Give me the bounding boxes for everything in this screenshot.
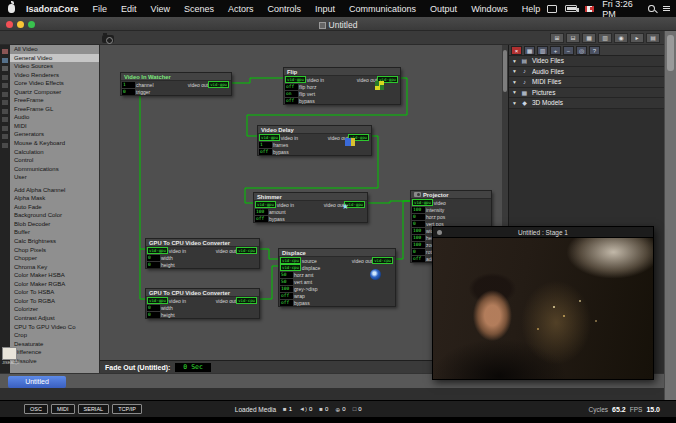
toolbox-category-quartz-composer[interactable]: Quartz Composer [10,88,99,97]
input-value-zoom[interactable]: 100 [412,242,425,248]
input-value-bypass[interactable]: off [285,98,298,104]
input-value-flip-vert[interactable]: on [285,91,298,97]
media-section-audio-files[interactable]: ▼♪Audio Files [509,67,664,78]
input-value-channel[interactable]: 1 [122,82,135,88]
toolbox-actor-color-to-rgba[interactable]: Color To RGBA [10,297,99,306]
toolbox-actor-auto-fade[interactable]: Auto Fade [10,203,99,212]
node-gpu-to-cpu-2[interactable]: GPU To CPU Video Convertervid-gpuvideo i… [145,288,260,319]
toolbox-category-freeframe-gl[interactable]: FreeFrame GL [10,105,99,114]
input-value-bypass[interactable]: off [255,216,268,222]
dock-icon-1[interactable] [2,49,8,54]
toolbox-actor-add-alpha-channel[interactable]: Add Alpha Channel [10,186,99,195]
dock-icon-8[interactable] [2,109,8,114]
menu-item-input[interactable]: Input [308,4,342,14]
dock-icon-11[interactable] [2,134,8,139]
disclosure-triangle-icon[interactable]: ▼ [512,79,517,85]
toolbox-actor-color-to-hsba[interactable]: Color To HSBA [10,288,99,297]
menu-item-controls[interactable]: Controls [261,4,309,14]
comm-button-tcp-ip[interactable]: TCP/IP [112,404,142,414]
toolbox-actor-crop[interactable]: Crop [10,331,99,340]
toolbox-category-video-renderers[interactable]: Video Renderers [10,71,99,80]
toolbar-button-record[interactable]: ◉ [614,33,628,43]
input-value-width[interactable]: 100 [412,228,425,234]
plus-icon[interactable]: + [550,46,561,55]
menu-item-windows[interactable]: Windows [464,4,515,14]
spotlight-icon[interactable] [648,5,654,12]
input-port-video[interactable]: vid-gpu [412,199,433,206]
toolbox-category-calculation[interactable]: Calculation [10,148,99,157]
dock-icon-2[interactable] [2,58,8,63]
comm-button-osc[interactable]: OSC [24,404,48,414]
dock-icon-10[interactable] [2,126,8,131]
toolbar-button-view-list[interactable]: ▥ [598,33,612,43]
toolbox-actor-calc-brightness[interactable]: Calc Brightness [10,237,99,246]
toolbox-category-midi[interactable]: MIDI [10,122,99,131]
input-port-video-in[interactable]: vid-gpu [147,297,168,304]
input-port-displace[interactable]: vid-cpu [280,264,301,271]
node-video-in-watcher[interactable]: Video In Watcher1channelvideo outvid-gpu… [120,72,232,96]
dock-icon-6[interactable] [2,92,8,97]
node-gpu-to-cpu-1[interactable]: GPU To CPU Video Convertervid-gpuvideo i… [145,238,260,269]
close-icon[interactable]: × [511,46,522,55]
toolbar-button-grid-minus[interactable]: ⊟ [566,33,580,43]
menu-item-output[interactable]: Output [423,4,464,14]
toolbox-category-generators[interactable]: Generators [10,130,99,139]
toolbox-actor-dissolve[interactable]: Dissolve [10,357,99,366]
toolbox-category-audio[interactable]: Audio [10,113,99,122]
menu-clock[interactable]: Fri 3:26 PM [602,0,640,19]
dock-icon-4[interactable] [2,75,8,80]
input-port-video-in[interactable]: vid-gpu [285,76,306,83]
menu-item-communications[interactable]: Communications [342,4,423,14]
media-section-video-files[interactable]: ▼▤Video Files [509,56,664,67]
scene-tab-untitled[interactable]: Untitled [8,376,66,388]
input-value-grey-disp[interactable]: 100 [280,286,293,292]
menu-item-edit[interactable]: Edit [114,4,144,14]
dock-icon-5[interactable] [2,83,8,88]
target-icon[interactable]: ◎ [576,46,587,55]
input-value-trigger[interactable]: 0 [122,89,135,95]
dock-icon-3[interactable] [2,66,8,71]
input-value-height[interactable]: 0 [147,262,160,268]
menu-item-scenes[interactable]: Scenes [177,4,221,14]
dock-icon-9[interactable] [2,117,8,122]
minus-icon[interactable]: − [563,46,574,55]
menu-item-view[interactable]: View [144,4,177,14]
toolbox-actor-alpha-mask[interactable]: Alpha Mask [10,194,99,203]
stage-window[interactable]: Untitled : Stage 1 [432,226,654,380]
output-port-video-out[interactable]: vid-gpu [208,81,229,88]
input-value-additive[interactable]: off [412,256,425,262]
camera-icon[interactable] [102,35,114,43]
input-value-vert-amt[interactable]: 50 [280,279,293,285]
toolbox-category-user[interactable]: User [10,173,99,182]
stage-titlebar[interactable]: Untitled : Stage 1 [433,227,653,238]
toolbar-button-play[interactable]: ▸ [630,33,644,43]
node-video-delay[interactable]: Video Delayvid-gpuvideo invideo outvid-g… [257,125,372,156]
toolbox-actor-buffer[interactable]: Buffer [10,228,99,237]
input-value-rotation[interactable]: 0 [412,249,425,255]
toolbox-category-communications[interactable]: Communications [10,165,99,174]
stage-close-button[interactable] [437,230,442,235]
menu-item-file[interactable]: File [86,4,115,14]
comm-button-midi[interactable]: MIDI [51,404,75,414]
media-section-3d-models[interactable]: ▼◆3D Models [509,98,664,109]
input-value-horz-amt[interactable]: 50 [280,272,293,278]
node-shimmer[interactable]: Shimmervid-gpuvideo invideo outvid-gpu10… [253,192,368,223]
input-value-width[interactable]: 0 [147,255,160,261]
grid-icon[interactable]: ▦ [524,46,535,55]
toolbox-category-control[interactable]: Control [10,156,99,165]
input-value-frames[interactable]: 1 [259,142,272,148]
disclosure-triangle-icon[interactable]: ▼ [512,58,517,64]
disclosure-triangle-icon[interactable]: ▼ [512,68,517,74]
window-titlebar[interactable]: Untitled [0,17,676,31]
output-port-video-out[interactable]: vid-cpu [372,257,393,264]
toolbox-actor-color-maker-hsba[interactable]: Color Maker HSBA [10,271,99,280]
input-value-height[interactable]: 0 [147,312,160,318]
help-icon[interactable]: ? [589,46,600,55]
input-port-video-in[interactable]: vid-gpu [259,134,280,141]
toolbox-actor-chroma-key[interactable]: Chroma Key [10,263,99,272]
toolbar-button-view-grid[interactable]: ▦ [582,33,596,43]
toolbox-category-core-video-effects[interactable]: Core Video Effects [10,79,99,88]
toolbox-actor-difference[interactable]: Difference [10,348,99,357]
dock-icon-12[interactable] [2,143,8,148]
input-value-vert-pos[interactable]: 0 [412,221,425,227]
